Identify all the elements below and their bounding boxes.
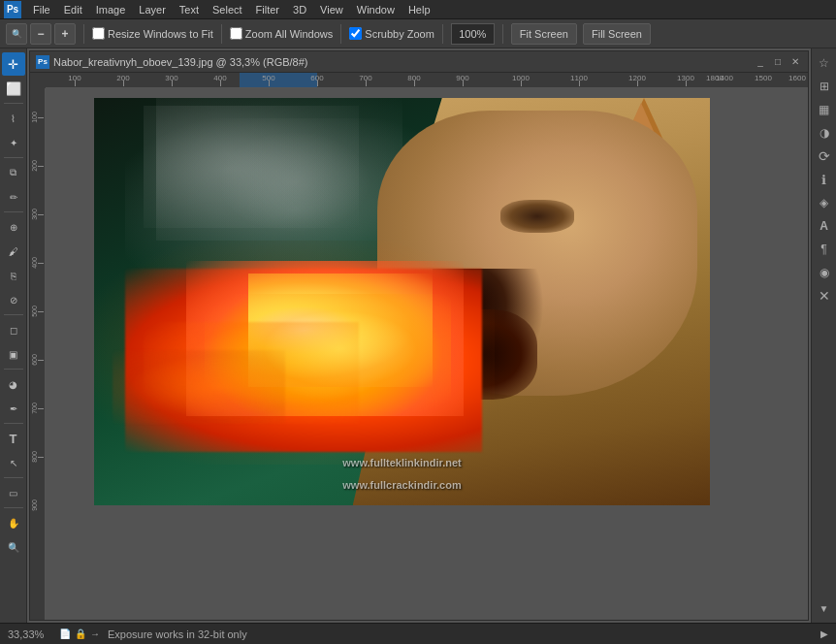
ruler-tick	[414, 80, 415, 86]
tool-type[interactable]: T	[2, 427, 25, 450]
resize-windows-label: Resize Windows to Fit	[108, 28, 213, 40]
doc-maximize-btn[interactable]: □	[771, 55, 785, 69]
zoom-preset-icon[interactable]: 🔍	[6, 23, 27, 45]
menu-file[interactable]: File	[27, 3, 56, 16]
tool-pen[interactable]: ✒	[2, 397, 25, 420]
tool-eyedropper[interactable]: ✏	[2, 185, 25, 209]
tool-marquee[interactable]: ⬜	[2, 77, 25, 100]
ruler-tick	[463, 80, 464, 86]
main-area: ✛ ⬜ ⌇ ✦ ⧉ ✏ ⊕ 🖌 ⎘ ⊘ ◻ ▣ ◕ ✒ T ↖ ▭ ✋ 🔍 Ps	[0, 48, 836, 623]
ruler-tick	[123, 80, 124, 86]
right-btn-transform[interactable]: ⟳	[814, 145, 835, 167]
menu-layer[interactable]: Layer	[133, 3, 172, 16]
canvas-viewport[interactable]: www.fullteklinkindir.net www.fullcrackin…	[46, 88, 808, 620]
tool-zoom[interactable]: 🔍	[2, 535, 25, 559]
tool-eraser[interactable]: ◻	[2, 318, 25, 341]
zoom-out-btn[interactable]: −	[30, 23, 51, 45]
menu-window[interactable]: Window	[351, 3, 401, 16]
ruler-label-v: 900	[31, 499, 38, 511]
tool-sep-5	[4, 369, 23, 370]
ruler-tick	[521, 80, 522, 86]
toolbar-separator-5	[502, 24, 503, 44]
menu-image[interactable]: Image	[90, 3, 132, 16]
status-doc-icon[interactable]: 📄	[59, 628, 71, 639]
right-btn-scrolldown[interactable]: ▼	[814, 597, 835, 619]
cat-eye	[500, 200, 574, 233]
ruler-tick	[269, 80, 270, 86]
zoom-in-btn[interactable]: +	[54, 23, 76, 45]
right-btn-info[interactable]: ℹ	[814, 169, 835, 190]
doc-minimize-btn[interactable]: _	[754, 55, 767, 69]
resize-windows-checkbox[interactable]	[92, 27, 105, 40]
status-lock-icon[interactable]: 🔒	[75, 628, 86, 639]
tool-brush[interactable]: 🖌	[2, 240, 25, 263]
document-window: Ps Nabor_kreativnyh_oboev_139.jpg @ 33,3…	[29, 50, 809, 621]
fill-screen-button[interactable]: Fill Screen	[583, 23, 651, 45]
right-btn-3d[interactable]: ◉	[814, 262, 835, 283]
ruler-tick	[579, 80, 580, 86]
zoom-percentage-input[interactable]	[451, 23, 495, 45]
ruler-label: 1500	[755, 74, 772, 82]
right-btn-layers[interactable]: ⊞	[814, 76, 835, 97]
tool-crop[interactable]: ⧉	[2, 161, 25, 184]
tool-path-sel[interactable]: ↖	[2, 451, 25, 474]
menu-edit[interactable]: Edit	[58, 3, 88, 16]
tool-clone[interactable]: ⎘	[2, 264, 25, 287]
ruler-label-v: 300	[31, 209, 38, 220]
status-info-text: Exposure works in 32-bit only	[108, 628, 813, 640]
ruler-tick	[637, 80, 638, 86]
right-btn-extras[interactable]: ☆	[814, 52, 835, 74]
tool-sep-1	[4, 103, 23, 104]
toolbar-separator-3	[340, 24, 341, 44]
menu-3d[interactable]: 3D	[287, 3, 312, 16]
right-btn-para[interactable]: ¶	[814, 239, 835, 260]
tool-hand[interactable]: ✋	[2, 511, 25, 534]
toolbar-separator-2	[221, 24, 222, 44]
scrubby-zoom-option[interactable]: Scrubby Zoom	[349, 27, 434, 40]
tool-gradient[interactable]: ▣	[2, 342, 25, 366]
options-bar: 🔍 − + Resize Windows to Fit Zoom All Win…	[0, 19, 836, 48]
tool-dodge[interactable]: ◕	[2, 372, 25, 396]
tool-sep-7	[4, 477, 23, 478]
doc-ps-icon: Ps	[36, 55, 49, 69]
ruler-label-v: 600	[31, 354, 38, 366]
zoom-all-windows-checkbox[interactable]	[230, 27, 242, 40]
doc-close-btn[interactable]: ✕	[788, 55, 802, 69]
tool-sep-4	[4, 314, 23, 315]
ruler-tick	[317, 80, 318, 86]
zoom-all-windows-option[interactable]: Zoom All Windows	[230, 27, 333, 40]
right-btn-settings[interactable]: ✕	[814, 285, 835, 306]
status-icons: 📄 🔒 →	[59, 628, 100, 639]
ruler-label-v: 700	[31, 402, 38, 414]
toolbar-separator-1	[83, 24, 84, 44]
ps-logo: Ps	[4, 1, 21, 18]
ruler-tick	[172, 80, 173, 86]
ruler-label-v: 100	[31, 112, 38, 123]
menu-filter[interactable]: Filter	[250, 3, 285, 16]
fit-screen-button[interactable]: Fit Screen	[511, 23, 577, 45]
resize-windows-option[interactable]: Resize Windows to Fit	[92, 27, 213, 40]
menu-select[interactable]: Select	[207, 3, 248, 16]
image-canvas: www.fullteklinkindir.net www.fullcrackin…	[94, 98, 710, 505]
scrubby-zoom-checkbox[interactable]	[349, 27, 362, 40]
tool-magic-wand[interactable]: ✦	[2, 131, 25, 154]
right-btn-char[interactable]: A	[814, 215, 835, 237]
ruler-tick-v	[38, 117, 44, 118]
tool-move[interactable]: ✛	[2, 52, 25, 76]
menu-bar: Ps File Edit Image Layer Text Select Fil…	[0, 0, 836, 19]
right-btn-swatches[interactable]: ▦	[814, 99, 835, 120]
status-right-arrow[interactable]: ▶	[820, 628, 828, 639]
right-btn-adjustments[interactable]: ◑	[814, 122, 835, 144]
status-zoom: 33,33%	[8, 628, 51, 640]
tool-heal[interactable]: ⊕	[2, 215, 25, 239]
tool-shape[interactable]: ▭	[2, 481, 25, 504]
right-btn-brush[interactable]: ◈	[814, 192, 835, 213]
tool-history[interactable]: ⊘	[2, 288, 25, 311]
status-arrow-icon[interactable]: →	[90, 628, 100, 639]
menu-text[interactable]: Text	[174, 3, 205, 16]
ruler-highlight	[240, 73, 317, 88]
tool-lasso[interactable]: ⌇	[2, 107, 25, 130]
menu-view[interactable]: View	[314, 3, 349, 16]
toolbar-separator-4	[442, 24, 443, 44]
menu-help[interactable]: Help	[402, 3, 436, 16]
